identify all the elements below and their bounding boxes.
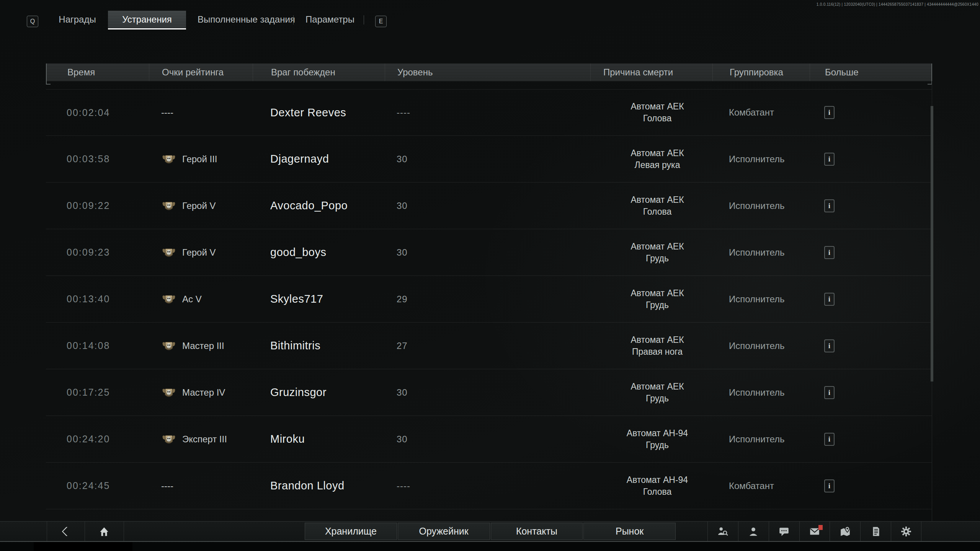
enemy-faction: Исполнитель	[712, 416, 809, 462]
death-body-part: Голова	[643, 486, 671, 498]
enemy-faction: Исполнитель	[712, 369, 809, 416]
key-hint-q[interactable]: Q	[27, 16, 38, 27]
death-cause-cell: Автомат АЕК Грудь	[590, 369, 712, 416]
home-button[interactable]	[85, 522, 124, 541]
enemy-faction: Комбатант	[712, 90, 809, 135]
death-body-part: Грудь	[646, 253, 669, 264]
rating-cell: Герой III	[149, 136, 252, 182]
death-weapon: Автомат АН-94	[627, 474, 688, 486]
info-button[interactable]: i	[824, 106, 835, 119]
rating-cell: Эксперт III	[149, 416, 252, 462]
tab-divider	[364, 15, 364, 24]
table-row[interactable]: 00:09:23 Герой V good_boys 30 Автомат АЕ…	[46, 229, 932, 276]
enemy-level: 30	[384, 416, 590, 462]
rank-label: ----	[161, 107, 173, 118]
info-button[interactable]: i	[824, 199, 835, 212]
enemy-name: Avocado_Popo	[252, 183, 384, 229]
more-cell: i	[809, 90, 927, 135]
rank-badge-icon	[161, 339, 176, 353]
map-pin-icon	[840, 526, 851, 537]
bottom-menu-bar: Хранилище Оружейник Контакты Рынок	[0, 521, 980, 542]
death-cause-cell: Автомат АЕК Голова	[590, 183, 712, 229]
table-scrollbar-thumb[interactable]	[931, 106, 933, 381]
mail-button[interactable]	[799, 522, 830, 541]
rank-badge-icon	[161, 199, 176, 213]
key-hint-e[interactable]: E	[375, 16, 387, 27]
table-row[interactable]: 00:09:22 Герой V Avocado_Popo 30 Автомат…	[46, 183, 932, 229]
more-cell: i	[809, 369, 927, 416]
table-row[interactable]: 00:14:08 Мастер III Bithimitris 27 Автом…	[46, 323, 932, 369]
enemy-name: Dexter Reeves	[252, 90, 384, 135]
enemy-level: 30	[384, 136, 590, 182]
enemy-name: Miroku	[252, 416, 384, 462]
kill-time: 00:24:45	[46, 463, 149, 509]
rank-label: Герой V	[182, 201, 216, 211]
tab-awards[interactable]: Награды	[54, 11, 101, 28]
death-weapon: Автомат АН-94	[627, 427, 688, 439]
enemy-name: Skyles717	[252, 276, 384, 322]
death-cause-cell: Автомат АЕК Левая рука	[590, 136, 712, 182]
death-body-part: Правая нога	[632, 346, 683, 358]
build-version-text: 1.0.0.116(12) | 12032040(UTC0) | 1444265…	[817, 2, 978, 7]
chevron-left-icon	[60, 526, 72, 537]
table-row[interactable]: 00:24:20 Эксперт III Miroku 30 Автомат А…	[46, 416, 932, 463]
back-button[interactable]	[47, 522, 85, 541]
tab-eliminations[interactable]: Устранения	[108, 11, 186, 29]
group-search-button[interactable]	[707, 522, 738, 541]
rank-label: ----	[161, 481, 173, 491]
enemy-level: 30	[384, 369, 590, 416]
table-row[interactable]: 00:17:25 Мастер IV Gruzinsgor 30 Автомат…	[46, 369, 932, 416]
info-button[interactable]: i	[824, 386, 835, 399]
chat-icon	[778, 526, 790, 537]
tab-completed-tasks[interactable]: Выполненные задания	[194, 11, 284, 28]
table-row[interactable]: 00:02:04 ---- Dexter Reeves ---- Автомат…	[46, 89, 932, 136]
market-button[interactable]: Рынок	[583, 523, 676, 540]
kill-time: 00:13:40	[46, 276, 149, 322]
death-weapon: Автомат АЕК	[630, 101, 684, 112]
enemy-faction: Исполнитель	[712, 323, 809, 369]
map-button[interactable]	[830, 522, 860, 541]
table-row[interactable]: 00:13:40 Ас V Skyles717 29 Автомат АЕК Г…	[46, 276, 932, 323]
death-cause-cell: Автомат АЕК Голова	[590, 90, 712, 135]
info-button[interactable]: i	[824, 433, 835, 446]
tab-bar: Q Награды Устранения Выполненные задания…	[0, 11, 980, 30]
profile-button[interactable]	[738, 522, 769, 541]
gunsmith-button[interactable]: Оружейник	[398, 523, 490, 540]
settings-button[interactable]	[891, 522, 921, 541]
info-button[interactable]: i	[824, 339, 835, 352]
more-cell: i	[809, 229, 927, 276]
death-body-part: Голова	[643, 112, 671, 124]
rank-badge-icon	[161, 432, 176, 446]
rank-badge-icon	[161, 246, 176, 259]
info-button[interactable]: i	[824, 293, 835, 306]
rank-badge-icon	[161, 152, 176, 166]
rating-cell: Герой V	[149, 229, 252, 276]
col-header-more: Больше	[810, 64, 928, 81]
rank-label: Ас V	[182, 294, 202, 305]
info-button[interactable]: i	[824, 153, 835, 166]
kill-time: 00:03:58	[46, 136, 149, 182]
kill-time: 00:09:22	[46, 183, 149, 229]
info-button[interactable]: i	[824, 246, 835, 259]
death-weapon: Автомат АЕК	[630, 194, 684, 206]
death-cause-cell: Автомат АЕК Грудь	[590, 276, 712, 322]
bottom-strip	[0, 542, 980, 551]
rank-label: Герой III	[182, 154, 217, 165]
bottom-icon-buttons	[707, 522, 921, 541]
rank-badge-icon	[161, 386, 176, 399]
chat-button[interactable]	[769, 522, 799, 541]
tab-parameters[interactable]: Параметры	[302, 11, 358, 28]
more-cell: i	[809, 416, 927, 462]
death-body-part: Голова	[643, 206, 671, 218]
tab-divider	[293, 15, 294, 24]
enemy-faction: Исполнитель	[712, 229, 809, 276]
notes-button[interactable]	[860, 522, 891, 541]
table-row[interactable]: 00:03:58 Герой III Djagernayd 30 Автомат…	[46, 136, 932, 183]
table-row[interactable]: 00:24:45 ---- Brandon Lloyd ---- Автомат…	[46, 463, 932, 509]
stash-button[interactable]: Хранилище	[305, 523, 397, 540]
death-body-part: Грудь	[646, 393, 669, 404]
info-button[interactable]: i	[824, 479, 835, 492]
contacts-button[interactable]: Контакты	[491, 523, 583, 540]
more-cell: i	[809, 323, 927, 369]
death-cause-cell: Автомат АЕК Правая нога	[590, 323, 712, 369]
